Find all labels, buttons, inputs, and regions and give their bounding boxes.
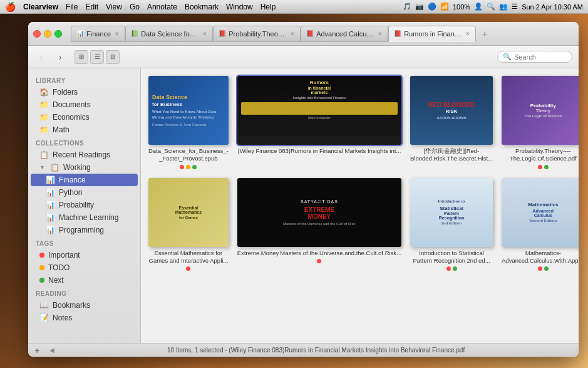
- collections-section-label: Collections: [28, 136, 140, 149]
- tab-close-probability[interactable]: ✕: [290, 31, 295, 37]
- search-input[interactable]: [514, 53, 567, 61]
- sidebar-item-python[interactable]: 📊 Python: [31, 186, 138, 199]
- dot-red: [186, 266, 190, 271]
- menu-help[interactable]: Help: [260, 3, 276, 11]
- scroll-left-button[interactable]: ◀: [49, 347, 54, 354]
- tab-rumors[interactable]: 📕 Rumors in Financial Mark... ✕: [388, 26, 476, 42]
- sidebar-item-folders[interactable]: 🏠 Folders: [31, 86, 138, 98]
- book-item-probability[interactable]: Probability Theory The Logic of Science …: [502, 76, 579, 169]
- back-button[interactable]: ‹: [34, 50, 48, 64]
- menu-icon-wifi[interactable]: 📶: [440, 3, 449, 11]
- book-item-essential-math[interactable]: Essential Mathematics for Games Essentia…: [148, 178, 229, 271]
- menu-annotate[interactable]: Annotate: [147, 3, 177, 11]
- book-cover-wrap-statistical: Introduction to Statistical Pattern Reco…: [410, 178, 493, 247]
- menu-view[interactable]: View: [106, 3, 122, 11]
- forward-button[interactable]: ›: [53, 50, 67, 64]
- home-icon: 🏠: [39, 88, 49, 97]
- maximize-button[interactable]: [54, 30, 62, 38]
- tab-icon-probability: 📕: [219, 30, 226, 37]
- add-button[interactable]: +: [34, 345, 39, 355]
- book-item-data-science[interactable]: Data Science for Business What You Need …: [148, 76, 229, 169]
- sidebar-item-important[interactable]: Important: [31, 249, 138, 261]
- sidebar-item-finance[interactable]: 📊 Finance: [31, 174, 138, 186]
- tab-close-advanced-calc[interactable]: ✕: [378, 31, 383, 37]
- close-button[interactable]: [33, 30, 41, 38]
- book-item-rumors[interactable]: Rumors in financial markets Insights int…: [237, 76, 401, 169]
- book-dots-essential-math: [186, 266, 190, 271]
- chevron-down-icon: ▼: [39, 164, 45, 171]
- sidebar-item-bookmarks[interactable]: 📖 Bookmarks: [31, 299, 138, 312]
- menu-go[interactable]: Go: [130, 3, 140, 11]
- apple-menu[interactable]: 🍎: [5, 2, 16, 12]
- menu-icon-bt[interactable]: 🔵: [428, 3, 436, 11]
- book-item-statistical[interactable]: Introduction to Statistical Pattern Reco…: [410, 178, 493, 271]
- menu-search[interactable]: 🔍: [487, 3, 495, 11]
- new-tab-button[interactable]: +: [478, 28, 491, 40]
- book-cover-math-advanced: Mathematics Advanced Calculus Second Edi…: [502, 178, 579, 247]
- view-detail-button[interactable]: ⊟: [106, 50, 120, 64]
- book-cover-data-science: Data Science for Business What You Need …: [148, 76, 229, 145]
- tab-close-rumors[interactable]: ✕: [465, 31, 470, 37]
- view-list-button[interactable]: ☰: [90, 50, 104, 64]
- sidebar-item-machine-learning[interactable]: 📊 Machine Learning: [31, 211, 138, 224]
- important-tag-dot: [39, 253, 44, 258]
- book-item-math-advanced[interactable]: Mathematics Advanced Calculus Second Edi…: [502, 178, 579, 271]
- menu-file[interactable]: File: [66, 3, 78, 11]
- menu-icon-music[interactable]: 🎵: [403, 3, 411, 11]
- view-grid-button[interactable]: ⊞: [75, 50, 88, 64]
- sidebar-item-probability[interactable]: 📊 Probability: [31, 199, 138, 211]
- sidebar-item-economics[interactable]: 📁 Economics: [31, 111, 138, 124]
- sidebar-item-notes[interactable]: 📝 Notes: [31, 312, 138, 324]
- tab-close-data-science[interactable]: ✕: [202, 31, 207, 37]
- tab-close-finance[interactable]: ✕: [115, 31, 120, 37]
- menu-bookmark[interactable]: Bookmark: [185, 3, 219, 11]
- book-title-essential-math: Essential Mathematics for Games and Inte…: [148, 250, 229, 265]
- app-menu-clearview[interactable]: Clearview: [23, 3, 58, 11]
- menubar: 🍎 Clearview File Edit View Go Annotate B…: [0, 0, 588, 14]
- menu-user[interactable]: 👤: [474, 3, 483, 11]
- dot-green: [453, 266, 457, 271]
- book-cover-probability: Probability Theory The Logic of Science: [502, 76, 579, 145]
- tab-data-science[interactable]: 📗 Data Science for Business S... ✕: [125, 26, 213, 42]
- dot-green: [544, 165, 549, 169]
- book-item-extreme-money[interactable]: SATYAJIT DAS EXTREME MONEY Masters of th…: [237, 178, 401, 271]
- bookmark-icon: 📖: [39, 301, 49, 310]
- sidebar-item-programming[interactable]: 📊 Programming: [31, 224, 138, 236]
- menu-edit[interactable]: Edit: [85, 3, 98, 11]
- menu-icon-list[interactable]: ☰: [512, 3, 518, 11]
- books-area: Data Science for Business What You Need …: [141, 68, 579, 343]
- sidebar-item-math[interactable]: 📁 Math: [31, 124, 138, 136]
- book-dots-probability: [538, 165, 549, 169]
- bar-chart-icon-ml: 📊: [46, 213, 55, 222]
- books-grid: Data Science for Business What You Need …: [148, 76, 571, 271]
- main-content: Library 🏠 Folders 📁 Documents 📁 Economic…: [28, 68, 579, 343]
- menu-window[interactable]: Window: [226, 3, 253, 11]
- dot-red: [446, 266, 451, 271]
- dot-red: [538, 165, 542, 169]
- book-title-statistical: Introduction to Statistical Pattern Reco…: [410, 250, 493, 265]
- list-icon-recent: 📋: [39, 150, 49, 159]
- sidebar-item-documents[interactable]: 📁 Documents: [31, 98, 138, 111]
- book-cover-essential-math: Essential Mathematics for Games: [148, 178, 229, 247]
- sidebar-item-next[interactable]: Next: [31, 274, 138, 287]
- book-title-extreme-money: Extreme.Money.Masters.of.the.Universe.an…: [237, 250, 401, 257]
- tab-bar: 📊 Finance ✕ 📗 Data Science for Business …: [71, 26, 574, 42]
- todo-tag-dot: [39, 265, 44, 270]
- menu-icon-people[interactable]: 👥: [499, 3, 508, 11]
- book-cover-rumors: Rumors in financial markets Insights int…: [237, 76, 401, 145]
- sidebar-item-todo[interactable]: TODO: [31, 261, 138, 274]
- book-dots-extreme-money: [317, 259, 321, 263]
- tab-finance[interactable]: 📊 Finance ✕: [71, 26, 125, 42]
- book-item-red-blooded[interactable]: RED BLOODED RISK AARON BROWN [华尔街金融史][Re…: [410, 76, 493, 169]
- book-cover-wrap-rumors: Rumors in financial markets Insights int…: [237, 76, 401, 145]
- sidebar-item-recent[interactable]: 📋 Recent Readings: [31, 149, 138, 161]
- minimize-button[interactable]: [44, 30, 51, 38]
- sidebar-item-working[interactable]: ▼ 📋 Working: [31, 161, 138, 174]
- book-title-data-science: Data_Science_for_Business_-_Foster_Provo…: [148, 147, 229, 163]
- tab-advanced-calc[interactable]: 📕 Advanced Calculus with... ✕: [301, 26, 388, 42]
- menu-icon-camera[interactable]: 📷: [415, 3, 424, 11]
- bar-chart-icon-finance: 📊: [46, 176, 55, 184]
- library-section-label: Library: [28, 73, 140, 86]
- tab-probability[interactable]: 📕 Probability.Theory---The... ✕: [213, 26, 301, 42]
- book-cover-wrap-math-advanced: Mathematics Advanced Calculus Second Edi…: [502, 178, 579, 247]
